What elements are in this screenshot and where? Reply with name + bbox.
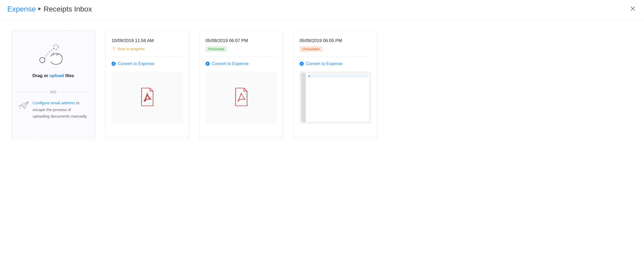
breadcrumb-separator-icon — [38, 7, 41, 11]
receipt-status: Scan in progress — [112, 46, 183, 52]
paper-plane-icon — [19, 101, 29, 120]
email-config-text: Configure email address to escape the pr… — [33, 100, 88, 120]
convert-label: Convert to Expense — [212, 61, 249, 66]
separator — [206, 56, 277, 57]
receipt-status: Unreadable — [300, 46, 371, 52]
plus-circle-icon: + — [300, 62, 304, 66]
svg-marker-0 — [38, 7, 41, 10]
upload-instruction: Drag or upload files — [32, 73, 74, 78]
receipt-date: 10/09/2019 11:56 AM — [112, 38, 183, 43]
svg-line-14 — [112, 48, 113, 48]
page: Expense Receipts Inbox — [0, 0, 644, 254]
svg-line-10 — [114, 49, 114, 50]
convert-label: Convert to Expense — [118, 61, 155, 66]
torn-edge-decoration — [294, 137, 377, 140]
header: Expense Receipts Inbox — [0, 0, 644, 20]
receipt-preview[interactable] — [112, 71, 183, 124]
convert-to-expense-link[interactable]: + Convert to Expense — [112, 61, 183, 66]
close-button[interactable] — [629, 5, 637, 14]
svg-line-12 — [112, 49, 113, 50]
receipt-date: 05/09/2019 06:05 PM — [300, 38, 371, 43]
convert-label: Convert to Expense — [306, 61, 343, 66]
receipt-preview[interactable] — [206, 71, 277, 124]
breadcrumb-current: Receipts Inbox — [44, 5, 92, 13]
upload-link[interactable]: upload — [49, 73, 64, 78]
receipt-status: Processed — [206, 46, 277, 52]
receipt-card[interactable]: 10/09/2019 11:56 AM — [106, 31, 189, 140]
receipt-preview[interactable] — [300, 71, 371, 124]
upload-dropzone[interactable]: Drag or upload files (or) Configure — [11, 31, 95, 140]
separator — [112, 56, 183, 57]
plus-circle-icon: + — [112, 62, 116, 66]
receipt-card[interactable]: 05/09/2019 06:07 PM Processed + Convert … — [200, 31, 283, 140]
status-label: Scan in progress — [117, 47, 145, 51]
svg-line-8 — [114, 48, 114, 48]
screenshot-thumbnail — [301, 73, 370, 122]
status-badge-processed: Processed — [206, 46, 227, 52]
email-config-section: Configure email address to escape the pr… — [17, 100, 90, 125]
drag-drop-icon — [38, 44, 69, 67]
or-divider: (or) — [17, 89, 90, 94]
plus-circle-icon: + — [206, 62, 210, 66]
torn-edge-decoration — [200, 137, 283, 140]
torn-edge-decoration — [12, 137, 95, 140]
convert-to-expense-link[interactable]: + Convert to Expense — [206, 61, 277, 66]
breadcrumb: Expense Receipts Inbox — [7, 5, 92, 13]
convert-to-expense-link[interactable]: + Convert to Expense — [300, 61, 371, 66]
breadcrumb-root-link[interactable]: Expense — [7, 5, 36, 13]
receipt-card[interactable]: 05/09/2019 06:05 PM Unreadable + Convert… — [294, 31, 377, 140]
upload-text-suffix: files — [64, 73, 74, 78]
torn-edge-decoration — [106, 137, 189, 140]
status-badge-unreadable: Unreadable — [300, 46, 322, 52]
receipt-date: 05/09/2019 06:07 PM — [206, 38, 277, 43]
configure-email-link[interactable]: Configure email address — [33, 101, 75, 105]
separator — [300, 56, 371, 57]
content: Drag or upload files (or) Configure — [0, 20, 644, 151]
upload-text-prefix: Drag or — [32, 73, 49, 78]
svg-point-4 — [54, 45, 58, 49]
pdf-icon — [140, 88, 155, 107]
or-label: (or) — [50, 89, 56, 94]
pdf-icon — [234, 88, 249, 107]
close-icon — [630, 8, 636, 12]
spinner-icon — [112, 47, 115, 51]
svg-line-6 — [53, 53, 53, 55]
